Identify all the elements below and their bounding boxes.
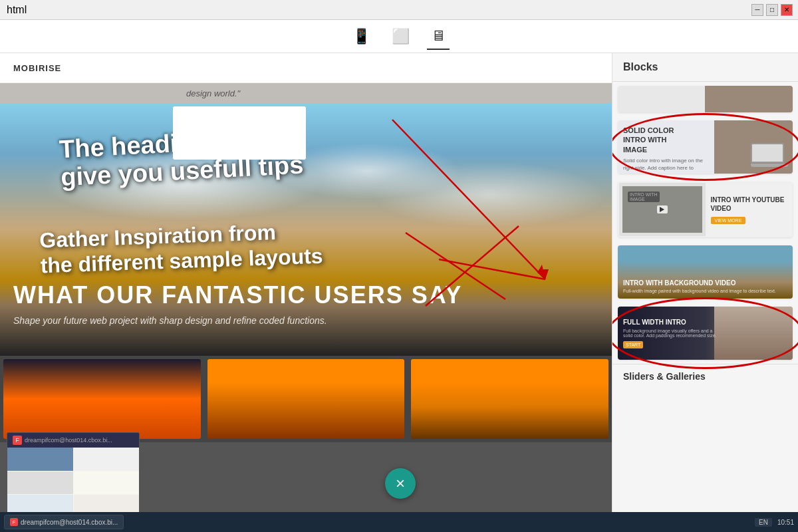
block-desc-solid: Solid color intro with image on the righ… — [623, 157, 709, 174]
block-item-bg-video[interactable]: INTRO WITH BACKGROUND VIDEO Full-width i… — [618, 245, 793, 299]
chat-cell-4 — [74, 471, 140, 495]
minimize-button[interactable]: ─ — [751, 4, 763, 16]
block-item-solid-color[interactable]: SOLID COLORINTRO WITHIMAGE Solid color i… — [618, 120, 793, 174]
thumbnails-row — [0, 356, 612, 442]
fab-icon: × — [396, 474, 405, 493]
block-desc-full-width: Full background image visually offers an… — [623, 329, 718, 338]
tablet-view-button[interactable]: ⬜ — [388, 24, 414, 49]
block-title-solid: SOLID COLORINTRO WITHIMAGE — [623, 126, 709, 154]
laptop-icon — [751, 143, 787, 168]
language-indicator: EN — [755, 518, 772, 527]
chat-header: F dreampifcom@host014.cbox.bi... — [7, 433, 139, 448]
chat-cell-2 — [74, 448, 140, 471]
chat-cell-3 — [7, 471, 73, 495]
thumbnail-3 — [411, 359, 608, 439]
fab-close-button[interactable]: × — [385, 468, 416, 499]
block-preview-left: SOLID COLORINTRO WITHIMAGE Solid color i… — [618, 120, 714, 174]
section-label-text: Sliders & Galleries — [623, 371, 706, 382]
top-section: design world." — [0, 83, 612, 103]
hero-section: The headings willgive you usefull tips G… — [0, 103, 612, 356]
block-item-youtube[interactable]: INTRO WITHIMAGE INTRO WITH YOUTUBE VIDEO… — [618, 182, 793, 237]
full-width-start-btn[interactable]: START — [623, 341, 643, 348]
full-width-overlay: FULL WIDTH INTRO Full background image v… — [618, 307, 723, 360]
block-desc-bg-video: Full-width image paired with background … — [623, 289, 787, 293]
site-nav-brand: MOBIRISE — [13, 63, 61, 73]
title-bar-title: html — [7, 4, 27, 16]
main-layout: MOBIRISE design world." The headings wil… — [0, 53, 798, 532]
block-preview-bg-video: INTRO WITH BACKGROUND VIDEO Full-width i… — [618, 245, 793, 299]
taskbar-right: EN 10:51 — [755, 518, 794, 527]
chat-title: dreampifcom@host014.cbox.bi... — [25, 437, 112, 444]
block-item-partial[interactable] — [618, 86, 793, 112]
quote-text: design world." — [186, 88, 240, 98]
hero-subtitle: Shape your future web project with sharp… — [13, 315, 327, 326]
block-youtube-inner: INTRO WITHIMAGE — [622, 186, 702, 233]
canvas-area: MOBIRISE design world." The headings wil… — [0, 53, 612, 532]
chat-body — [7, 448, 139, 518]
block-preview-youtube: INTRO WITHIMAGE INTRO WITH YOUTUBE VIDEO… — [619, 183, 791, 236]
block-item-full-width[interactable]: FULL WIDTH INTRO Full background image v… — [618, 307, 793, 360]
block-preview-solid: SOLID COLORINTRO WITHIMAGE Solid color i… — [618, 120, 793, 174]
taskbar-item-chat[interactable]: F dreampifcom@host014.cbox.bi... — [4, 515, 124, 529]
thumbnail-2 — [207, 359, 405, 439]
chat-icon: F — [13, 436, 22, 445]
taskbar: F dreampifcom@host014.cbox.bi... EN 10:5… — [0, 512, 798, 532]
title-bar: html ─ □ ✕ — [0, 0, 798, 20]
block-title-full-width: FULL WIDTH INTRO — [623, 318, 718, 327]
close-button[interactable]: ✕ — [781, 4, 793, 16]
taskbar-item-label: dreampifcom@host014.cbox.bi... — [21, 519, 118, 526]
toolbar: 📱 ⬜ 🖥 — [0, 20, 798, 53]
block-youtube-right: INTRO WITH YOUTUBE VIDEO VIEW MORE — [706, 183, 792, 236]
clock: 10:51 — [777, 519, 794, 526]
block-youtube-left: INTRO WITHIMAGE — [619, 183, 706, 236]
title-bar-controls: ─ □ ✕ — [751, 4, 793, 16]
blocks-panel: Blocks SOLID COLORINTRO WITHIMAGE Solid … — [612, 53, 798, 532]
hero-heading-2: Gather Inspiration fromthe different sam… — [39, 218, 323, 279]
blocks-panel-header: Blocks — [612, 53, 798, 82]
white-card — [173, 106, 306, 160]
site-nav: MOBIRISE — [0, 53, 612, 83]
sliders-galleries-section: Sliders & Galleries — [612, 364, 798, 386]
chat-cell-1 — [7, 448, 73, 471]
desktop-view-button[interactable]: 🖥 — [427, 23, 450, 50]
hero-bottom-text: WHAT OUR FANTASTIC USERS SAY — [13, 281, 462, 309]
thumbnail-1 — [3, 359, 201, 439]
youtube-view-more-btn[interactable]: VIEW MORE — [711, 217, 746, 224]
block-preview-full-width: FULL WIDTH INTRO Full background image v… — [618, 307, 793, 360]
chat-window[interactable]: F dreampifcom@host014.cbox.bi... — [7, 432, 140, 519]
taskbar-icon: F — [10, 518, 18, 526]
block-item-solid-wrapper: SOLID COLORINTRO WITHIMAGE Solid color i… — [612, 116, 798, 178]
block-title-youtube: INTRO WITH YOUTUBE VIDEO — [711, 196, 787, 213]
block-item-fullwidth-wrapper: FULL WIDTH INTRO Full background image v… — [612, 303, 798, 364]
maximize-button[interactable]: □ — [766, 4, 778, 16]
block-title-bg-video: INTRO WITH BACKGROUND VIDEO — [623, 279, 787, 287]
block-preview-right-solid — [714, 120, 793, 174]
bg-video-overlay: INTRO WITH BACKGROUND VIDEO Full-width i… — [618, 245, 793, 299]
mobile-view-button[interactable]: 📱 — [348, 24, 374, 49]
